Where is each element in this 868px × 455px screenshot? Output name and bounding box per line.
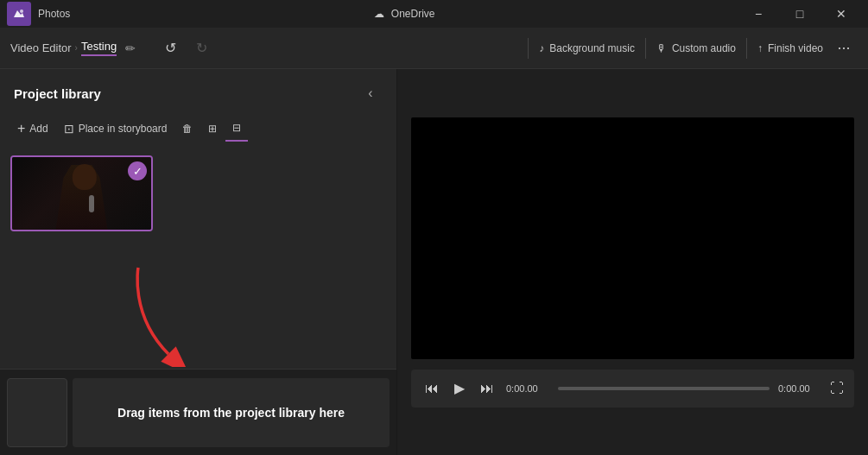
video-preview [411,117,854,359]
undo-button[interactable]: ↺ [156,35,184,62]
drag-hint-text: Drag items from the project library here [117,406,345,420]
head-silhouette [72,164,96,190]
app-icon [7,2,31,26]
breadcrumb-video-editor[interactable]: Video Editor [10,41,72,54]
place-storyboard-button[interactable]: ⊡ Place in storyboard [57,116,174,142]
svg-point-0 [20,9,23,13]
fullscreen-button[interactable]: ⛶ [830,381,844,396]
onedrive-label: OneDrive [391,8,435,20]
video-controls: ⏮ ▶ ⏭ 0:00.00 0:00.00 ⛶ [411,370,854,408]
edit-title-icon[interactable]: ✏ [125,41,136,55]
current-time: 0:00.00 [506,383,549,394]
more-options-button[interactable]: ··· [830,35,858,62]
mic-silhouette [89,195,94,212]
storyboard-area: Drag items from the project library here [0,369,396,455]
app-name: Photos [38,8,70,20]
storyboard-empty-slot [7,378,67,447]
delete-icon: 🗑 [182,123,193,135]
video-item[interactable]: ✓ [10,155,153,231]
skip-back-button[interactable]: ⏮ [421,381,442,396]
panel-title: Project library [14,86,101,101]
panel-header: Project library ‹ [0,69,396,112]
selected-check-icon: ✓ [128,161,147,180]
audio-icon: 🎙 [656,42,667,54]
play-overlay-button[interactable] [12,230,40,231]
breadcrumb-current: Testing [81,40,117,56]
onedrive-indicator: ☁ OneDrive [374,8,435,20]
grid-small-icon: ⊞ [208,123,217,135]
toolbar-divider3 [746,38,747,59]
total-time: 0:00.00 [778,383,821,394]
toolbar: Video Editor › Testing ✏ ↺ ↻ ♪ Backgroun… [0,28,868,69]
undo-redo-group: ↺ ↻ [156,35,215,62]
place-icon: ⊡ [64,122,74,136]
storyboard-drop-zone[interactable]: Drag items from the project library here [73,378,390,447]
toolbar-divider [528,38,529,59]
add-button[interactable]: + Add [10,116,55,142]
add-label: Add [29,123,48,135]
grid-large-icon: ⊟ [232,122,241,134]
breadcrumb-separator: › [75,43,78,53]
grid-small-button[interactable]: ⊞ [201,116,224,142]
custom-audio-button[interactable]: 🎙 Custom audio [649,35,743,62]
library-content: ✓ [0,149,396,369]
close-button[interactable]: ✕ [821,0,861,28]
skip-forward-button[interactable]: ⏭ [477,381,497,396]
export-icon: ↑ [757,42,763,54]
finish-video-label: Finish video [768,42,823,54]
play-button[interactable]: ▶ [451,380,468,396]
progress-bar[interactable] [558,387,770,390]
bg-music-label: Background music [549,42,635,54]
plus-icon: + [17,121,25,136]
place-storyboard-label: Place in storyboard [79,123,168,135]
title-bar: Photos ☁ OneDrive − □ ✕ [0,0,868,28]
toolbar-divider2 [645,38,646,59]
collapse-panel-button[interactable]: ‹ [358,81,383,105]
delete-button[interactable]: 🗑 [175,116,200,142]
grid-large-button[interactable]: ⊟ [225,116,248,142]
finish-video-button[interactable]: ↑ Finish video [751,35,830,62]
window-controls: − □ ✕ [738,0,861,28]
music-icon: ♪ [539,42,544,54]
right-panel: ⏮ ▶ ⏭ 0:00.00 0:00.00 ⛶ [397,69,868,455]
background-music-button[interactable]: ♪ Background music [532,35,642,62]
minimize-button[interactable]: − [738,0,778,28]
custom-audio-label: Custom audio [672,42,736,54]
title-bar-left: Photos [7,2,70,26]
redo-button[interactable]: ↻ [187,35,215,62]
cloud-icon: ☁ [374,8,384,20]
left-panel: Project library ‹ + Add ⊡ Place in story… [0,69,397,455]
breadcrumb: Video Editor › Testing ✏ [10,40,136,56]
main-layout: Project library ‹ + Add ⊡ Place in story… [0,69,868,455]
maximize-button[interactable]: □ [780,0,820,28]
library-toolbar: + Add ⊡ Place in storyboard 🗑 ⊞ ⊟ [0,112,396,149]
